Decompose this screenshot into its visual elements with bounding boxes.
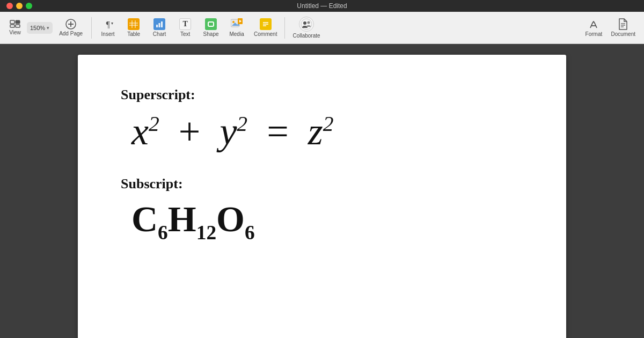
svg-rect-2	[10, 25, 14, 27]
insert-label: Insert	[101, 31, 115, 37]
toolbar-format[interactable]: Format	[582, 16, 605, 39]
media-icon	[231, 18, 243, 30]
toolbar-comment[interactable]: Comment	[251, 16, 280, 39]
divider-1	[91, 17, 92, 39]
toolbar-chart[interactable]: Chart	[148, 16, 171, 39]
svg-text:¶: ¶	[106, 20, 110, 29]
toolbar-zoom[interactable]: 150% ▾	[27, 22, 53, 34]
toolbar-view[interactable]: View	[5, 18, 25, 38]
chart-icon	[153, 18, 165, 30]
subscript-heading: Subscript:	[121, 176, 523, 192]
toolbar: View 150% ▾ Add Page ¶ Insert	[0, 12, 644, 44]
superscript-formula: x2 + y2 = z2	[121, 108, 523, 155]
zoom-value: 150%	[30, 25, 45, 31]
table-label: Table	[127, 31, 140, 37]
media-label: Media	[229, 31, 244, 37]
chem-H: H	[168, 199, 196, 239]
math-x: x2	[131, 110, 159, 153]
chem-O: O	[216, 199, 245, 239]
add-page-icon	[65, 19, 76, 30]
add-page-label: Add Page	[59, 31, 83, 36]
chart-label: Chart	[153, 31, 166, 37]
toolbar-text[interactable]: T Text	[173, 16, 197, 39]
shape-icon	[205, 18, 217, 30]
shape-label: Shape	[203, 31, 219, 37]
toolbar-collaborate[interactable]: Collaborate	[289, 14, 323, 41]
superscript-section: Superscript: x2 + y2 = z2	[121, 87, 523, 155]
math-y: y2	[219, 110, 247, 153]
collaborate-icon	[299, 17, 314, 32]
main-content: Superscript: x2 + y2 = z2 Subscript: C6H…	[0, 44, 644, 338]
toolbar-add-page[interactable]: Add Page	[55, 17, 87, 39]
close-button[interactable]	[6, 3, 13, 9]
toolbar-insert[interactable]: ¶ Insert	[96, 16, 120, 39]
view-icon	[10, 20, 20, 28]
math-plus: +	[179, 110, 201, 153]
text-label: Text	[180, 31, 190, 37]
document-page[interactable]: Superscript: x2 + y2 = z2 Subscript: C6H…	[78, 55, 566, 338]
chem-C: C	[131, 199, 158, 239]
svg-rect-9	[129, 20, 138, 28]
math-z: z2	[308, 110, 334, 153]
document-label: Document	[611, 31, 635, 37]
collaborate-label: Collaborate	[292, 33, 320, 39]
title-bar: Untitled — Edited	[0, 0, 644, 12]
document-icon	[617, 18, 629, 30]
format-label: Format	[586, 31, 603, 37]
svg-rect-16	[159, 23, 160, 27]
comment-icon	[260, 18, 272, 30]
table-icon	[128, 18, 140, 30]
subscript-section: Subscript: C6H12O6	[121, 176, 523, 245]
minimize-button[interactable]	[16, 3, 23, 9]
toolbar-table[interactable]: Table	[122, 16, 145, 39]
svg-point-31	[308, 21, 310, 24]
toolbar-document[interactable]: Document	[608, 16, 639, 39]
superscript-heading: Superscript:	[121, 87, 523, 103]
window-title: Untitled — Edited	[297, 2, 347, 10]
chem-6: 6	[158, 222, 168, 244]
svg-rect-0	[10, 20, 14, 24]
text-icon: T	[179, 18, 191, 30]
window-controls	[6, 3, 32, 9]
maximize-button[interactable]	[26, 3, 32, 9]
insert-icon: ¶	[102, 18, 114, 30]
comment-label: Comment	[254, 31, 277, 37]
svg-point-21	[232, 21, 235, 23]
svg-marker-8	[111, 23, 113, 25]
format-icon	[588, 18, 599, 30]
chem-6b: 6	[245, 222, 255, 244]
svg-rect-15	[156, 25, 158, 27]
svg-rect-3	[16, 25, 20, 27]
math-equals: =	[267, 110, 289, 153]
chem-12: 12	[196, 222, 216, 244]
zoom-chevron-icon: ▾	[47, 25, 49, 31]
toolbar-media[interactable]: Media	[225, 16, 248, 39]
svg-rect-1	[16, 20, 20, 24]
toolbar-shape[interactable]: Shape	[199, 16, 223, 39]
view-label: View	[9, 30, 21, 35]
svg-point-30	[303, 21, 306, 25]
subscript-formula: C6H12O6	[121, 197, 523, 245]
svg-rect-17	[161, 21, 163, 27]
divider-2	[284, 17, 285, 39]
